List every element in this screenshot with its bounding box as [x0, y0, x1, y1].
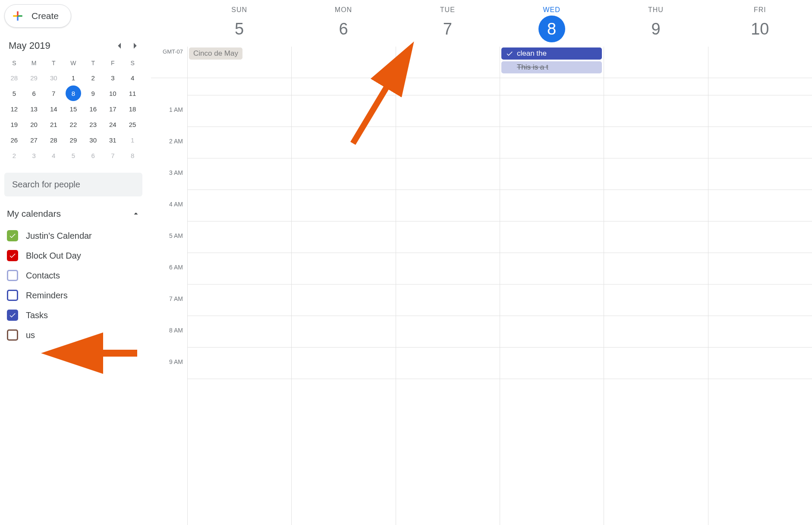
hour-cell[interactable]	[188, 190, 291, 221]
calendar-checkbox[interactable]	[7, 270, 18, 281]
minicalendar-day[interactable]: 27	[24, 132, 44, 148]
hour-cell[interactable]	[708, 158, 812, 190]
minicalendar-day[interactable]: 22	[63, 117, 83, 132]
hour-cell[interactable]	[604, 190, 708, 221]
hour-cell[interactable]	[708, 78, 812, 95]
grid-column[interactable]	[708, 78, 812, 525]
allday-cell-fri[interactable]	[708, 47, 812, 78]
minicalendar-day[interactable]: 2	[4, 148, 24, 163]
minicalendar-day[interactable]: 23	[83, 117, 103, 132]
minicalendar-day[interactable]: 7	[44, 85, 63, 101]
hour-cell[interactable]	[500, 190, 604, 221]
minicalendar-day[interactable]: 2	[83, 70, 103, 85]
minicalendar-day[interactable]: 20	[24, 117, 44, 132]
minicalendar-day[interactable]: 1	[63, 70, 83, 85]
day-header[interactable]: THU9	[604, 0, 708, 47]
hour-cell[interactable]	[604, 285, 708, 316]
minicalendar-day[interactable]: 16	[83, 101, 103, 117]
hour-cell[interactable]	[708, 348, 812, 379]
day-header[interactable]: TUE7	[396, 0, 500, 47]
allday-cell-wed[interactable]: clean the This is a t	[500, 47, 604, 78]
task-chip-clean[interactable]: clean the	[501, 47, 602, 60]
hour-cell[interactable]	[500, 78, 604, 95]
minicalendar-day[interactable]: 1	[123, 132, 142, 148]
allday-cell-tue[interactable]	[396, 47, 500, 78]
hour-cell[interactable]	[188, 78, 291, 95]
hour-cell[interactable]	[500, 158, 604, 190]
grid-column[interactable]	[291, 78, 395, 525]
minicalendar-day[interactable]: 29	[63, 132, 83, 148]
allday-cell-mon[interactable]	[291, 47, 395, 78]
search-people-input[interactable]: Search for people	[4, 173, 142, 196]
hour-cell[interactable]	[188, 127, 291, 158]
minicalendar-day[interactable]: 8	[123, 148, 142, 163]
hour-cell[interactable]	[500, 221, 604, 253]
hour-cell[interactable]	[708, 127, 812, 158]
minicalendar-day[interactable]: 17	[103, 101, 123, 117]
my-calendars-toggle[interactable]: My calendars	[7, 209, 141, 219]
create-button[interactable]: Create	[4, 4, 71, 28]
minicalendar-day[interactable]: 10	[103, 85, 123, 101]
minicalendar-day[interactable]: 12	[4, 101, 24, 117]
minicalendar-day[interactable]: 29	[24, 70, 44, 85]
minicalendar-day[interactable]: 5	[4, 85, 24, 101]
minicalendar-day[interactable]: 28	[44, 132, 63, 148]
hour-cell[interactable]	[396, 158, 500, 190]
minicalendar-day[interactable]: 28	[4, 70, 24, 85]
calendar-item[interactable]: Reminders	[7, 285, 142, 305]
minicalendar-day[interactable]: 4	[44, 148, 63, 163]
hour-cell[interactable]	[292, 127, 395, 158]
hour-cell[interactable]	[604, 348, 708, 379]
calendar-checkbox[interactable]	[7, 329, 18, 341]
calendar-item[interactable]: Justin's Calendar	[7, 226, 142, 246]
hour-cell[interactable]	[604, 253, 708, 285]
calendar-item[interactable]: us	[7, 325, 142, 345]
calendar-checkbox[interactable]	[7, 250, 18, 261]
hour-cell[interactable]	[292, 253, 395, 285]
hour-cell[interactable]	[604, 78, 708, 95]
hour-cell[interactable]	[500, 253, 604, 285]
minicalendar-day[interactable]: 30	[83, 132, 103, 148]
hour-cell[interactable]	[188, 95, 291, 127]
calendar-checkbox[interactable]	[7, 310, 18, 321]
calendar-checkbox[interactable]	[7, 290, 18, 301]
hour-cell[interactable]	[500, 316, 604, 348]
task-chip-done[interactable]: This is a t	[501, 61, 602, 73]
hour-cell[interactable]	[292, 190, 395, 221]
event-chip-cinco[interactable]: Cinco de May	[189, 47, 242, 60]
hour-cell[interactable]	[292, 95, 395, 127]
allday-cell-thu[interactable]	[604, 47, 708, 78]
minicalendar-day[interactable]: 13	[24, 101, 44, 117]
minicalendar-day[interactable]: 15	[63, 101, 83, 117]
hour-cell[interactable]	[708, 221, 812, 253]
hour-cell[interactable]	[708, 285, 812, 316]
grid-column[interactable]	[187, 78, 291, 525]
minicalendar-day[interactable]: 25	[123, 117, 142, 132]
minicalendar-day[interactable]: 31	[103, 132, 123, 148]
hour-cell[interactable]	[396, 127, 500, 158]
hour-cell[interactable]	[396, 95, 500, 127]
hour-cell[interactable]	[708, 190, 812, 221]
minicalendar-day[interactable]: 3	[103, 70, 123, 85]
calendar-checkbox[interactable]	[7, 230, 18, 241]
hour-cell[interactable]	[500, 95, 604, 127]
minicalendar-day[interactable]: 30	[44, 70, 63, 85]
minicalendar[interactable]: SMTWTFS 28293012345678910111213141516171…	[4, 56, 142, 163]
hour-cell[interactable]	[396, 285, 500, 316]
hour-cell[interactable]	[708, 316, 812, 348]
minicalendar-day[interactable]: 14	[44, 101, 63, 117]
calendar-item[interactable]: Tasks	[7, 305, 142, 325]
next-month-button[interactable]	[130, 40, 141, 52]
hour-cell[interactable]	[500, 348, 604, 379]
grid-column[interactable]	[500, 78, 604, 525]
minicalendar-day[interactable]: 11	[123, 85, 142, 101]
minicalendar-day[interactable]: 26	[4, 132, 24, 148]
hour-cell[interactable]	[292, 285, 395, 316]
hour-cell[interactable]	[396, 190, 500, 221]
hour-cell[interactable]	[188, 316, 291, 348]
hour-cell[interactable]	[604, 127, 708, 158]
minicalendar-day[interactable]: 4	[123, 70, 142, 85]
hour-cell[interactable]	[500, 127, 604, 158]
minicalendar-day[interactable]: 8	[63, 85, 83, 101]
hour-cell[interactable]	[604, 316, 708, 348]
